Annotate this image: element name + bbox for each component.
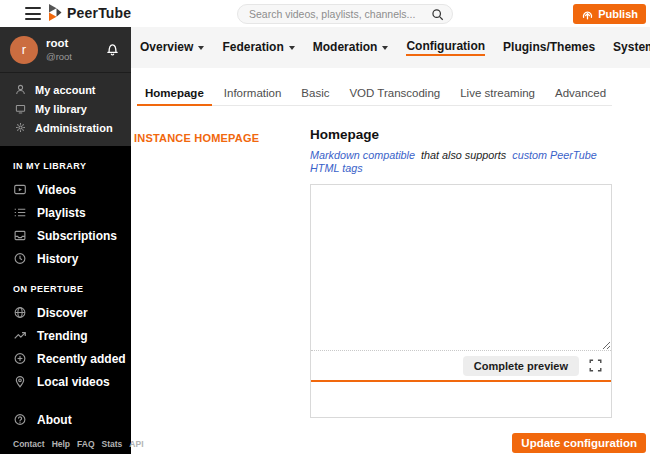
footer-link-help[interactable]: Help: [52, 439, 70, 449]
complete-preview-button[interactable]: Complete preview: [463, 356, 579, 376]
sidebar-item-local-videos[interactable]: Local videos: [0, 370, 131, 393]
avatar[interactable]: r: [10, 36, 38, 64]
sidebar-item-my-library[interactable]: My library: [0, 99, 131, 118]
search-box: [237, 4, 453, 24]
main-area: Overview Federation Moderation Configura…: [131, 27, 650, 454]
peertube-home-link[interactable]: PeerTube: [48, 4, 131, 21]
playlists-icon: [13, 206, 27, 219]
section-title-on-peertube: ON PEERTUBE: [13, 284, 131, 294]
publish-button[interactable]: Publish: [573, 4, 646, 24]
tab-homepage[interactable]: Homepage: [137, 85, 212, 106]
tab-vod-transcoding[interactable]: VOD Transcoding: [341, 85, 448, 105]
section-title-in-my-library: IN MY LIBRARY: [13, 161, 131, 171]
maximize-icon[interactable]: [589, 359, 602, 372]
search-icon[interactable]: [431, 8, 444, 21]
config-subtabs: Homepage Information Basic VOD Transcodi…: [137, 85, 612, 106]
footer-link-stats[interactable]: Stats: [102, 439, 123, 449]
footer-link-contact[interactable]: Contact: [13, 439, 45, 449]
plus-circle-icon: [13, 352, 27, 365]
menu-toggle-icon[interactable]: [25, 7, 41, 20]
menu-sections: IN MY LIBRARY Videos Playlists: [0, 146, 131, 393]
sidebar-item-history[interactable]: History: [0, 247, 131, 270]
question-circle-icon: [13, 413, 27, 426]
notifications-bell-icon[interactable]: [105, 41, 120, 57]
sidebar-item-trending[interactable]: Trending: [0, 324, 131, 347]
about-wrap: About: [0, 408, 131, 431]
trending-up-icon: [13, 329, 27, 342]
footer-link-faq[interactable]: FAQ: [77, 439, 94, 449]
chevron-down-icon: [198, 46, 204, 50]
homepage-markdown-textarea[interactable]: [311, 185, 611, 351]
brand-name: PeerTube: [67, 5, 131, 21]
videos-icon: [13, 183, 27, 196]
user-handle: @root: [46, 52, 72, 62]
map-pin-icon: [13, 375, 27, 388]
instance-homepage-label: INSTANCE HOMEPAGE: [134, 132, 259, 144]
footer-link-api[interactable]: API: [129, 439, 143, 449]
admin-nav-configuration[interactable]: Configuration: [397, 39, 494, 56]
user-icon: [15, 84, 26, 95]
admin-nav-federation[interactable]: Federation: [213, 40, 303, 55]
markdown-editor: Complete preview: [310, 184, 612, 418]
upload-icon: [581, 8, 594, 21]
sidebar-item-discover[interactable]: Discover: [0, 301, 131, 324]
search-input[interactable]: [237, 4, 453, 24]
history-clock-icon: [13, 252, 27, 265]
sidebar-item-playlists[interactable]: Playlists: [0, 201, 131, 224]
admin-nav: Overview Federation Moderation Configura…: [131, 27, 650, 68]
admin-nav-system[interactable]: System: [604, 40, 650, 55]
user-block[interactable]: r root @root: [0, 27, 131, 72]
admin-nav-plugins-themes[interactable]: Plugins/Themes: [494, 40, 604, 55]
homepage-field-label: Homepage: [310, 127, 612, 143]
sidebar: r root @root My account M: [0, 27, 131, 454]
chevron-down-icon: [382, 46, 388, 50]
sidebar-footer-links: Contact Help FAQ Stats API: [13, 439, 144, 449]
globe-icon: [13, 306, 27, 319]
tab-basic[interactable]: Basic: [293, 85, 337, 105]
sidebar-item-subscriptions[interactable]: Subscriptions: [0, 224, 131, 247]
gear-icon: [15, 122, 26, 133]
subscriptions-inbox-icon: [13, 229, 27, 242]
markdown-hint: Markdown compatible that also supports c…: [310, 149, 612, 175]
sidebar-item-videos[interactable]: Videos: [0, 178, 131, 201]
homepage-form: Homepage Markdown compatible that also s…: [310, 127, 612, 418]
user-names: root @root: [46, 37, 72, 61]
update-configuration-button[interactable]: Update configuration: [512, 433, 646, 453]
library-icon: [15, 103, 26, 114]
peertube-logo-icon: [48, 4, 62, 21]
markdown-preview-pane: [311, 380, 611, 417]
editor-toolbar: Complete preview: [311, 351, 611, 380]
user-name: root: [46, 37, 72, 49]
tab-live-streaming[interactable]: Live streaming: [452, 85, 543, 105]
admin-nav-overview[interactable]: Overview: [131, 40, 213, 55]
sidebar-item-administration[interactable]: Administration: [0, 118, 131, 137]
sidebar-item-recently-added[interactable]: Recently added: [0, 347, 131, 370]
account-menu: My account My library Administration: [0, 72, 131, 146]
sidebar-item-my-account[interactable]: My account: [0, 80, 131, 99]
sidebar-item-about[interactable]: About: [0, 408, 131, 431]
admin-nav-moderation[interactable]: Moderation: [304, 40, 398, 55]
markdown-compatible-link[interactable]: Markdown compatible: [310, 149, 415, 161]
top-bar: PeerTube Publish: [0, 0, 650, 27]
hint-middle-text: that also supports: [421, 149, 506, 161]
chevron-down-icon: [289, 46, 295, 50]
tab-information[interactable]: Information: [216, 85, 290, 105]
tab-advanced[interactable]: Advanced: [547, 85, 614, 105]
